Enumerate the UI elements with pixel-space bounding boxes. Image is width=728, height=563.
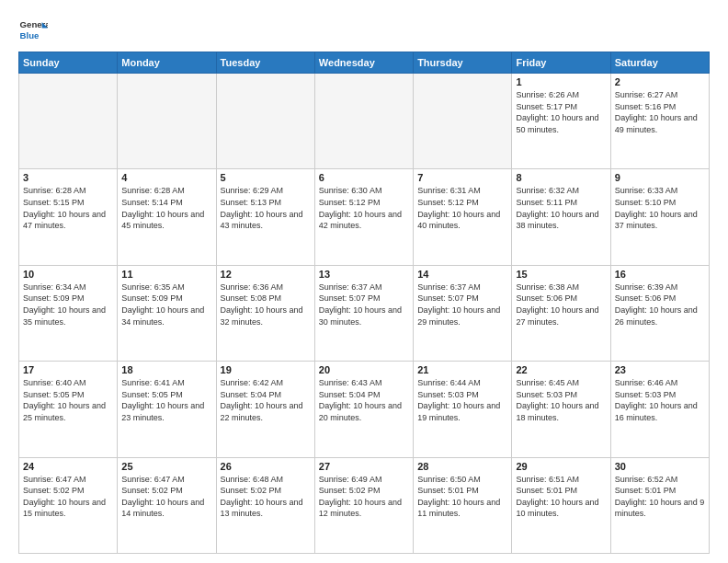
day-number: 8: [516, 172, 606, 183]
day-number: 9: [615, 172, 705, 183]
day-number: 13: [319, 269, 409, 280]
calendar-cell: [314, 74, 413, 169]
calendar-cell: 18Sunrise: 6:41 AM Sunset: 5:05 PM Dayli…: [118, 362, 216, 457]
calendar-cell: 30Sunrise: 6:52 AM Sunset: 5:01 PM Dayli…: [610, 457, 709, 553]
day-info: Sunrise: 6:42 AM Sunset: 5:04 PM Dayligh…: [221, 377, 311, 423]
day-number: 5: [221, 172, 311, 183]
calendar-cell: 16Sunrise: 6:39 AM Sunset: 5:06 PM Dayli…: [610, 265, 709, 361]
day-info: Sunrise: 6:36 AM Sunset: 5:08 PM Dayligh…: [221, 282, 311, 327]
day-info: Sunrise: 6:28 AM Sunset: 5:15 PM Dayligh…: [23, 185, 113, 231]
day-number: 16: [615, 269, 705, 280]
calendar-cell: 20Sunrise: 6:43 AM Sunset: 5:04 PM Dayli…: [314, 362, 413, 457]
day-info: Sunrise: 6:43 AM Sunset: 5:04 PM Dayligh…: [319, 377, 409, 423]
week-row-3: 17Sunrise: 6:40 AM Sunset: 5:05 PM Dayli…: [19, 362, 710, 457]
calendar-cell: 22Sunrise: 6:45 AM Sunset: 5:03 PM Dayli…: [512, 362, 610, 457]
day-info: Sunrise: 6:34 AM Sunset: 5:09 PM Dayligh…: [23, 282, 113, 327]
page: General Blue SundayMondayTuesdayWednesda…: [0, 0, 728, 563]
calendar-cell: 4Sunrise: 6:28 AM Sunset: 5:14 PM Daylig…: [118, 169, 216, 265]
day-info: Sunrise: 6:30 AM Sunset: 5:12 PM Dayligh…: [319, 185, 409, 231]
day-info: Sunrise: 6:29 AM Sunset: 5:13 PM Dayligh…: [221, 185, 311, 231]
calendar-cell: 3Sunrise: 6:28 AM Sunset: 5:15 PM Daylig…: [19, 169, 118, 265]
calendar-cell: 12Sunrise: 6:36 AM Sunset: 5:08 PM Dayli…: [216, 265, 314, 361]
calendar-cell: [19, 74, 118, 169]
day-info: Sunrise: 6:40 AM Sunset: 5:05 PM Dayligh…: [23, 377, 113, 423]
header: General Blue: [18, 15, 710, 44]
calendar-cell: 5Sunrise: 6:29 AM Sunset: 5:13 PM Daylig…: [216, 169, 314, 265]
day-number: 24: [23, 461, 113, 472]
day-info: Sunrise: 6:39 AM Sunset: 5:06 PM Dayligh…: [615, 282, 705, 327]
day-number: 30: [615, 461, 705, 472]
day-number: 7: [417, 172, 507, 183]
calendar-cell: 29Sunrise: 6:51 AM Sunset: 5:01 PM Dayli…: [512, 457, 610, 553]
day-number: 27: [319, 461, 409, 472]
day-number: 10: [23, 269, 113, 280]
day-info: Sunrise: 6:31 AM Sunset: 5:12 PM Dayligh…: [417, 185, 507, 231]
calendar-cell: 8Sunrise: 6:32 AM Sunset: 5:11 PM Daylig…: [512, 169, 610, 265]
calendar-cell: 28Sunrise: 6:50 AM Sunset: 5:01 PM Dayli…: [414, 457, 512, 553]
day-number: 23: [615, 364, 705, 375]
day-info: Sunrise: 6:33 AM Sunset: 5:10 PM Dayligh…: [615, 185, 705, 231]
day-number: 17: [23, 364, 113, 375]
calendar-cell: 9Sunrise: 6:33 AM Sunset: 5:10 PM Daylig…: [610, 169, 709, 265]
day-info: Sunrise: 6:28 AM Sunset: 5:14 PM Dayligh…: [121, 185, 211, 231]
week-row-0: 1Sunrise: 6:26 AM Sunset: 5:17 PM Daylig…: [19, 74, 710, 169]
day-number: 25: [121, 461, 211, 472]
day-number: 1: [516, 76, 606, 87]
day-info: Sunrise: 6:35 AM Sunset: 5:09 PM Dayligh…: [121, 282, 211, 327]
day-number: 11: [121, 269, 211, 280]
day-number: 19: [221, 364, 311, 375]
day-info: Sunrise: 6:52 AM Sunset: 5:01 PM Dayligh…: [615, 474, 705, 520]
day-info: Sunrise: 6:37 AM Sunset: 5:07 PM Dayligh…: [417, 282, 507, 327]
day-info: Sunrise: 6:47 AM Sunset: 5:02 PM Dayligh…: [23, 474, 113, 520]
day-number: 18: [121, 364, 211, 375]
day-info: Sunrise: 6:44 AM Sunset: 5:03 PM Dayligh…: [417, 377, 507, 423]
day-info: Sunrise: 6:38 AM Sunset: 5:06 PM Dayligh…: [516, 282, 606, 327]
day-number: 3: [23, 172, 113, 183]
calendar-cell: [216, 74, 314, 169]
day-header-friday: Friday: [512, 52, 610, 74]
day-header-saturday: Saturday: [610, 52, 709, 74]
day-info: Sunrise: 6:51 AM Sunset: 5:01 PM Dayligh…: [516, 474, 606, 520]
day-number: 22: [516, 364, 606, 375]
calendar-cell: 17Sunrise: 6:40 AM Sunset: 5:05 PM Dayli…: [19, 362, 118, 457]
calendar-cell: 27Sunrise: 6:49 AM Sunset: 5:02 PM Dayli…: [314, 457, 413, 553]
day-info: Sunrise: 6:37 AM Sunset: 5:07 PM Dayligh…: [319, 282, 409, 327]
day-header-tuesday: Tuesday: [216, 52, 314, 74]
day-info: Sunrise: 6:41 AM Sunset: 5:05 PM Dayligh…: [121, 377, 211, 423]
calendar-cell: 7Sunrise: 6:31 AM Sunset: 5:12 PM Daylig…: [414, 169, 512, 265]
day-number: 15: [516, 269, 606, 280]
logo: General Blue: [18, 15, 48, 44]
day-info: Sunrise: 6:50 AM Sunset: 5:01 PM Dayligh…: [417, 474, 507, 520]
calendar-cell: 6Sunrise: 6:30 AM Sunset: 5:12 PM Daylig…: [314, 169, 413, 265]
day-header-sunday: Sunday: [19, 52, 118, 74]
day-number: 26: [221, 461, 311, 472]
day-number: 28: [417, 461, 507, 472]
svg-text:Blue: Blue: [20, 30, 40, 40]
logo-icon: General Blue: [18, 15, 48, 44]
day-info: Sunrise: 6:47 AM Sunset: 5:02 PM Dayligh…: [121, 474, 211, 520]
calendar-cell: 23Sunrise: 6:46 AM Sunset: 5:03 PM Dayli…: [610, 362, 709, 457]
day-number: 12: [221, 269, 311, 280]
day-info: Sunrise: 6:48 AM Sunset: 5:02 PM Dayligh…: [221, 474, 311, 520]
calendar-cell: 14Sunrise: 6:37 AM Sunset: 5:07 PM Dayli…: [414, 265, 512, 361]
calendar-cell: 13Sunrise: 6:37 AM Sunset: 5:07 PM Dayli…: [314, 265, 413, 361]
day-number: 2: [615, 76, 705, 87]
day-number: 21: [417, 364, 507, 375]
calendar-cell: 15Sunrise: 6:38 AM Sunset: 5:06 PM Dayli…: [512, 265, 610, 361]
calendar-cell: 21Sunrise: 6:44 AM Sunset: 5:03 PM Dayli…: [414, 362, 512, 457]
calendar-cell: 19Sunrise: 6:42 AM Sunset: 5:04 PM Dayli…: [216, 362, 314, 457]
day-info: Sunrise: 6:27 AM Sunset: 5:16 PM Dayligh…: [615, 89, 705, 135]
day-number: 6: [319, 172, 409, 183]
day-header-wednesday: Wednesday: [314, 52, 413, 74]
day-number: 20: [319, 364, 409, 375]
day-info: Sunrise: 6:49 AM Sunset: 5:02 PM Dayligh…: [319, 474, 409, 520]
calendar-cell: 25Sunrise: 6:47 AM Sunset: 5:02 PM Dayli…: [118, 457, 216, 553]
calendar-cell: 1Sunrise: 6:26 AM Sunset: 5:17 PM Daylig…: [512, 74, 610, 169]
calendar-cell: [118, 74, 216, 169]
day-info: Sunrise: 6:32 AM Sunset: 5:11 PM Dayligh…: [516, 185, 606, 231]
day-header-thursday: Thursday: [414, 52, 512, 74]
week-row-1: 3Sunrise: 6:28 AM Sunset: 5:15 PM Daylig…: [19, 169, 710, 265]
day-number: 29: [516, 461, 606, 472]
week-row-2: 10Sunrise: 6:34 AM Sunset: 5:09 PM Dayli…: [19, 265, 710, 361]
week-row-4: 24Sunrise: 6:47 AM Sunset: 5:02 PM Dayli…: [19, 457, 710, 553]
